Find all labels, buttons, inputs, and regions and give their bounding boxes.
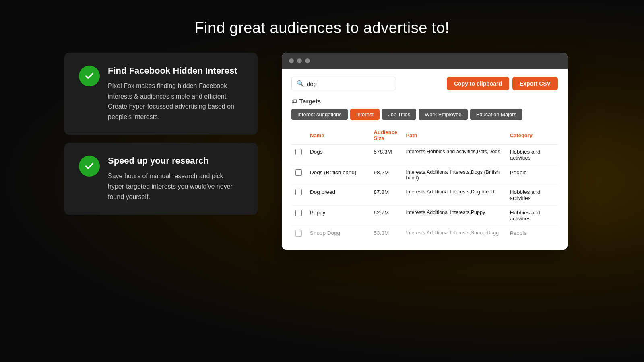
tab-interest[interactable]: Interest — [350, 109, 380, 120]
page-title: Find great audiences to advertise to! — [194, 19, 449, 37]
row-category-1: People — [506, 165, 558, 185]
row-name-2: Dog breed — [306, 185, 370, 206]
search-icon: 🔍 — [297, 80, 304, 87]
filter-tabs: Interest suggetions Interest Job Titles … — [291, 109, 558, 120]
col-header-check — [291, 126, 306, 145]
window-dot-2 — [297, 58, 302, 63]
row-checkbox-cell — [291, 165, 306, 185]
row-checkbox-cell — [291, 226, 306, 242]
action-buttons: Copy to clipboard Export CSV — [447, 77, 558, 90]
row-size-1: 98.2M — [370, 165, 402, 185]
feature-card-1: Find Facebook Hidden Interest Pixel Fox … — [64, 53, 258, 135]
row-checkbox-0[interactable] — [295, 149, 302, 155]
table-row: Dogs (British band) 98.2M Interests,Addi… — [291, 165, 558, 185]
tag-icon: 🏷 — [291, 98, 297, 105]
tab-work-employee[interactable]: Work Employee — [419, 109, 468, 120]
results-table: Name Audience Size Path Category Dogs 57… — [291, 126, 558, 242]
window-titlebar — [282, 53, 568, 69]
row-checkbox-cell — [291, 145, 306, 165]
row-checkbox-2[interactable] — [295, 189, 302, 195]
table-row: Snoop Dogg 53.3M Interests,Additional In… — [291, 226, 558, 242]
copy-to-clipboard-button[interactable]: Copy to clipboard — [447, 77, 509, 90]
row-name-3: Puppy — [306, 206, 370, 226]
table-row: Dog breed 87.8M Interests,Additional Int… — [291, 185, 558, 206]
search-input-wrap[interactable]: 🔍 dog — [291, 77, 396, 90]
row-checkbox-1[interactable] — [295, 169, 302, 176]
tab-education-majors[interactable]: Education Majors — [470, 109, 522, 120]
tab-interest-suggestions[interactable]: Interest suggetions — [291, 109, 348, 120]
feature-1-heading: Find Facebook Hidden Interest — [108, 66, 243, 76]
row-name-4: Snoop Dogg — [306, 226, 370, 242]
targets-section: 🏷 Targets Interest suggetions Interest J… — [291, 98, 558, 120]
tab-job-titles[interactable]: Job Titles — [382, 109, 416, 120]
row-size-4: 53.3M — [370, 226, 402, 242]
window-body: 🔍 dog Copy to clipboard Export CSV 🏷 Tar… — [282, 69, 568, 250]
col-header-path: Path — [402, 126, 506, 145]
feature-card-2: Speed up your research Save hours of man… — [64, 143, 258, 215]
row-category-4: People — [506, 226, 558, 242]
row-category-2: Hobbies and activities — [506, 185, 558, 206]
targets-label-text: Targets — [299, 98, 321, 105]
row-path-1: Interests,Additional Interests,Dogs (Bri… — [402, 165, 506, 185]
row-name-1: Dogs (British band) — [306, 165, 370, 185]
row-path-2: Interests,Additional Interests,Dog breed — [402, 185, 506, 206]
row-checkbox-4[interactable] — [295, 230, 302, 237]
row-checkbox-cell — [291, 185, 306, 206]
row-checkbox-cell — [291, 206, 306, 226]
row-size-0: 578.3M — [370, 145, 402, 165]
row-checkbox-3[interactable] — [295, 210, 302, 216]
row-category-3: Hobbies and activities — [506, 206, 558, 226]
table-row: Dogs 578.3M Interests,Hobbies and activi… — [291, 145, 558, 165]
col-header-size: Audience Size — [370, 126, 402, 145]
row-size-3: 62.7M — [370, 206, 402, 226]
search-value: dog — [307, 80, 317, 87]
row-path-4: Interests,Additional Interests,Snoop Dog… — [402, 226, 506, 242]
app-window: 🔍 dog Copy to clipboard Export CSV 🏷 Tar… — [282, 53, 568, 250]
row-path-0: Interests,Hobbies and activities,Pets,Do… — [402, 145, 506, 165]
col-header-name: Name — [306, 126, 370, 145]
table-row: Puppy 62.7M Interests,Additional Interes… — [291, 206, 558, 226]
search-toolbar: 🔍 dog Copy to clipboard Export CSV — [291, 77, 558, 90]
features-panel: Find Facebook Hidden Interest Pixel Fox … — [64, 53, 258, 215]
col-header-category: Category — [506, 126, 558, 145]
row-size-2: 87.8M — [370, 185, 402, 206]
row-path-3: Interests,Additional Interests,Puppy — [402, 206, 506, 226]
check-icon-2 — [79, 156, 100, 177]
row-category-0: Hobbies and activities — [506, 145, 558, 165]
feature-2-body: Save hours of manual research and pick h… — [108, 171, 243, 202]
feature-1-body: Pixel Fox makes finding hidden Facebook … — [108, 81, 243, 122]
row-name-0: Dogs — [306, 145, 370, 165]
feature-2-heading: Speed up your research — [108, 156, 243, 166]
check-icon-1 — [79, 66, 100, 86]
export-csv-button[interactable]: Export CSV — [512, 77, 558, 90]
window-dot-1 — [289, 58, 294, 63]
window-dot-3 — [305, 58, 310, 63]
